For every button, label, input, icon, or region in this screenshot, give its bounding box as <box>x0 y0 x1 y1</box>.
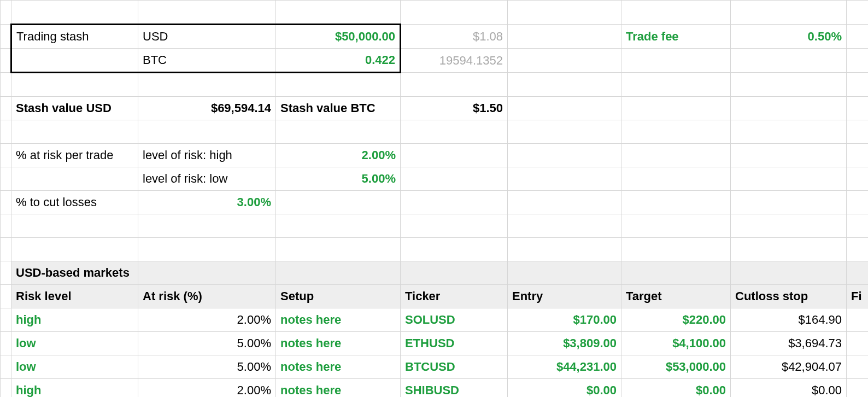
cell[interactable] <box>731 238 847 261</box>
cell[interactable] <box>508 238 621 261</box>
cell[interactable] <box>508 1 621 25</box>
cell[interactable] <box>276 191 401 214</box>
cell[interactable] <box>276 261 401 285</box>
cell[interactable] <box>847 332 869 355</box>
risk-high-label[interactable]: level of risk: high <box>138 144 276 167</box>
cell[interactable] <box>508 191 621 214</box>
trading-stash-label[interactable]: Trading stash <box>11 25 138 49</box>
usd-label[interactable]: USD <box>138 25 276 49</box>
entry-cell[interactable]: $3,809.00 <box>508 332 621 355</box>
setup-cell[interactable]: notes here <box>276 355 401 379</box>
stash-value-usd[interactable]: $69,594.14 <box>138 97 276 120</box>
cell[interactable] <box>621 1 731 25</box>
cut-losses-value[interactable]: 3.00% <box>138 191 276 214</box>
cell[interactable] <box>508 261 621 285</box>
cell[interactable] <box>508 167 621 191</box>
cell[interactable] <box>11 120 138 144</box>
cell[interactable] <box>1 120 11 144</box>
setup-cell[interactable]: notes here <box>276 332 401 355</box>
cell[interactable] <box>731 261 847 285</box>
cutloss-cell[interactable]: $3,694.73 <box>731 332 847 355</box>
cell[interactable] <box>621 167 731 191</box>
cell[interactable] <box>138 73 276 97</box>
cell[interactable] <box>138 261 276 285</box>
col-fi[interactable]: Fi <box>847 285 869 308</box>
spreadsheet[interactable]: Trading stash USD $50,000.00 $1.08 Trade… <box>0 0 868 397</box>
col-cutloss[interactable]: Cutloss stop <box>731 285 847 308</box>
cell[interactable] <box>731 167 847 191</box>
cell[interactable] <box>621 73 731 97</box>
cell[interactable] <box>138 238 276 261</box>
cell[interactable] <box>731 73 847 97</box>
atrisk-cell[interactable]: 2.00% <box>138 379 276 398</box>
entry-cell[interactable]: $170.00 <box>508 308 621 332</box>
table-row[interactable]: high 2.00% notes here SHIBUSD $0.00 $0.0… <box>1 379 869 398</box>
cell[interactable] <box>1 355 11 379</box>
ticker-cell[interactable]: SHIBUSD <box>401 379 508 398</box>
cell[interactable] <box>508 214 621 238</box>
cell[interactable] <box>401 167 508 191</box>
cell[interactable] <box>276 238 401 261</box>
cell[interactable] <box>731 214 847 238</box>
cell[interactable] <box>731 144 847 167</box>
btc-label[interactable]: BTC <box>138 49 276 73</box>
cell[interactable] <box>847 49 869 73</box>
cell[interactable] <box>847 73 869 97</box>
pct-risk-label[interactable]: % at risk per trade <box>11 144 138 167</box>
cell[interactable] <box>276 120 401 144</box>
trade-fee-label[interactable]: Trade fee <box>621 25 731 49</box>
cell[interactable] <box>731 1 847 25</box>
cell[interactable] <box>621 214 731 238</box>
cell[interactable] <box>401 261 508 285</box>
cell[interactable] <box>401 191 508 214</box>
col-setup[interactable]: Setup <box>276 285 401 308</box>
cell[interactable] <box>508 97 621 120</box>
cell[interactable] <box>621 144 731 167</box>
btc-rate[interactable]: 19594.1352 <box>401 49 508 73</box>
cell[interactable] <box>621 97 731 120</box>
cell[interactable] <box>11 49 138 73</box>
cell[interactable] <box>276 214 401 238</box>
col-entry[interactable]: Entry <box>508 285 621 308</box>
risk-low-label[interactable]: level of risk: low <box>138 167 276 191</box>
cell[interactable] <box>276 1 401 25</box>
stash-value-usd-label[interactable]: Stash value USD <box>11 97 138 120</box>
cell[interactable] <box>1 167 11 191</box>
cell[interactable] <box>401 120 508 144</box>
entry-cell[interactable]: $0.00 <box>508 379 621 398</box>
target-cell[interactable]: $53,000.00 <box>621 355 731 379</box>
cell[interactable] <box>1 238 11 261</box>
target-cell[interactable]: $220.00 <box>621 308 731 332</box>
usd-value[interactable]: $50,000.00 <box>276 25 401 49</box>
cell[interactable] <box>1 332 11 355</box>
risk-cell[interactable]: low <box>11 332 138 355</box>
cell[interactable] <box>847 167 869 191</box>
setup-cell[interactable]: notes here <box>276 308 401 332</box>
section-header[interactable]: USD-based markets <box>11 261 138 285</box>
cell[interactable] <box>401 144 508 167</box>
usd-rate[interactable]: $1.08 <box>401 25 508 49</box>
cutloss-cell[interactable]: $164.90 <box>731 308 847 332</box>
cell[interactable] <box>847 144 869 167</box>
cell[interactable] <box>508 120 621 144</box>
cell[interactable] <box>1 308 11 332</box>
cell[interactable] <box>1 25 11 49</box>
cutloss-cell[interactable]: $42,904.07 <box>731 355 847 379</box>
cell[interactable] <box>847 97 869 120</box>
cell[interactable] <box>138 1 276 25</box>
cell[interactable] <box>11 1 138 25</box>
cell[interactable] <box>138 120 276 144</box>
cell[interactable] <box>847 1 869 25</box>
cell[interactable] <box>1 379 11 398</box>
cell[interactable] <box>1 1 11 25</box>
cell[interactable] <box>401 214 508 238</box>
cell[interactable] <box>1 49 11 73</box>
cell[interactable] <box>508 144 621 167</box>
risk-low-value[interactable]: 5.00% <box>276 167 401 191</box>
cell[interactable] <box>1 285 11 308</box>
table-row[interactable]: high 2.00% notes here SOLUSD $170.00 $22… <box>1 308 869 332</box>
cell[interactable] <box>508 73 621 97</box>
cell[interactable] <box>621 191 731 214</box>
cell[interactable] <box>138 214 276 238</box>
cell[interactable] <box>1 214 11 238</box>
